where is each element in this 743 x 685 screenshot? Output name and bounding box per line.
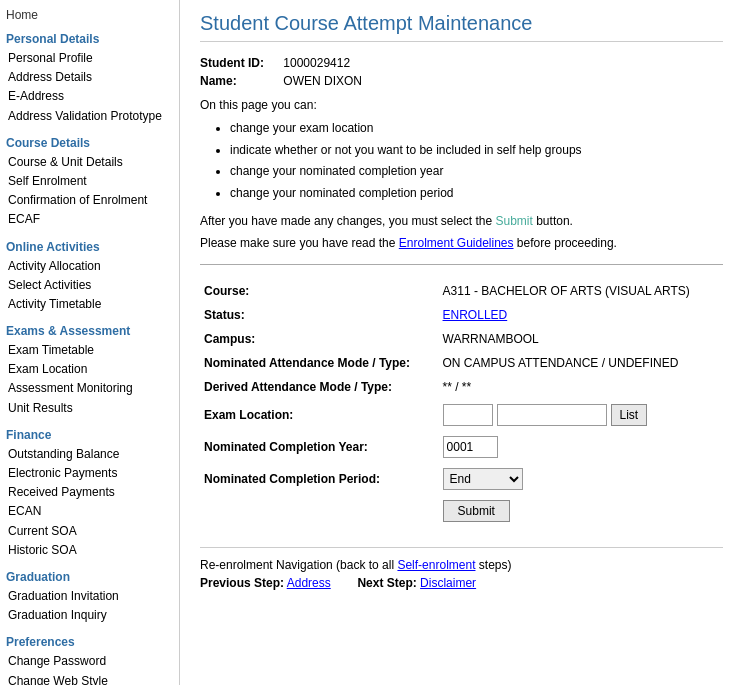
exam-location-input1[interactable] — [443, 404, 493, 426]
sidebar-item-address-validation[interactable]: Address Validation Prototype — [6, 107, 173, 126]
list-item: change your nominated completion period — [230, 183, 723, 205]
course-value: A311 - BACHELOR OF ARTS (VISUAL ARTS) — [439, 279, 723, 303]
name-label: Name: — [200, 74, 280, 88]
student-id-value: 1000029412 — [283, 56, 350, 70]
enrolment-guidelines-link[interactable]: Enrolment Guidelines — [399, 236, 514, 250]
sidebar-item-course-unit-details[interactable]: Course & Unit Details — [6, 153, 173, 172]
re-enrol-section: Re-enrolment Navigation (back to all Sel… — [200, 547, 723, 590]
sidebar-item-exam-location[interactable]: Exam Location — [6, 360, 173, 379]
exam-location-row: Exam Location: List — [200, 399, 723, 431]
sidebar-item-assessment-monitoring[interactable]: Assessment Monitoring — [6, 379, 173, 398]
sidebar-item-ecaf[interactable]: ECAF — [6, 210, 173, 229]
divider — [200, 264, 723, 265]
sidebar-item-personal-profile[interactable]: Personal Profile — [6, 49, 173, 68]
exam-location-input2[interactable] — [497, 404, 607, 426]
status-row: Status: ENROLLED — [200, 303, 723, 327]
section-header-finance: Finance — [6, 428, 173, 442]
section-online-activities: Online Activities Activity Allocation Se… — [6, 240, 173, 315]
section-header-online-activities: Online Activities — [6, 240, 173, 254]
student-id-label: Student ID: — [200, 56, 280, 70]
derived-attendance-label: Derived Attendance Mode / Type: — [200, 375, 439, 399]
nom-completion-period-label: Nominated Completion Period: — [200, 463, 439, 495]
sidebar-item-ecan[interactable]: ECAN — [6, 502, 173, 521]
section-header-exams-assessment: Exams & Assessment — [6, 324, 173, 338]
nom-attendance-label: Nominated Attendance Mode / Type: — [200, 351, 439, 375]
next-step-label: Next Step: — [357, 576, 416, 590]
submit-note: After you have made any changes, you mus… — [200, 214, 723, 228]
sidebar-item-graduation-invitation[interactable]: Graduation Invitation — [6, 587, 173, 606]
sidebar-item-exam-timetable[interactable]: Exam Timetable — [6, 341, 173, 360]
derived-attendance-value: ** / ** — [439, 375, 723, 399]
status-value: ENROLLED — [439, 303, 723, 327]
campus-label: Campus: — [200, 327, 439, 351]
list-item: indicate whether or not you want to be i… — [230, 140, 723, 162]
sidebar-item-change-password[interactable]: Change Password — [6, 652, 173, 671]
section-header-graduation: Graduation — [6, 570, 173, 584]
submit-row: Submit — [200, 495, 723, 527]
nom-attendance-value: ON CAMPUS ATTENDANCE / UNDEFINED — [439, 351, 723, 375]
self-enrolment-link[interactable]: Self-enrolment — [397, 558, 475, 572]
derived-attendance-row: Derived Attendance Mode / Type: ** / ** — [200, 375, 723, 399]
form-table: Course: A311 - BACHELOR OF ARTS (VISUAL … — [200, 279, 723, 527]
name-value: OWEN DIXON — [283, 74, 362, 88]
student-id-row: Student ID: 1000029412 — [200, 56, 723, 70]
previous-step-label: Previous Step: — [200, 576, 284, 590]
section-graduation: Graduation Graduation Invitation Graduat… — [6, 570, 173, 625]
section-header-course-details: Course Details — [6, 136, 173, 150]
course-row: Course: A311 - BACHELOR OF ARTS (VISUAL … — [200, 279, 723, 303]
submit-inline-link[interactable]: Submit — [496, 214, 533, 228]
section-course-details: Course Details Course & Unit Details Sel… — [6, 136, 173, 230]
sidebar-item-change-web-style[interactable]: Change Web Style — [6, 672, 173, 686]
sidebar-item-self-enrolment[interactable]: Self Enrolment — [6, 172, 173, 191]
nom-completion-year-input[interactable] — [443, 436, 498, 458]
home-link[interactable]: Home — [6, 8, 173, 22]
status-label: Status: — [200, 303, 439, 327]
list-item: change your exam location — [230, 118, 723, 140]
enrolled-link[interactable]: ENROLLED — [443, 308, 508, 322]
re-enrol-text: Re-enrolment Navigation (back to all Sel… — [200, 558, 723, 572]
re-enrol-nav: Previous Step: Address Next Step: Discla… — [200, 576, 723, 590]
sidebar-item-outstanding-balance[interactable]: Outstanding Balance — [6, 445, 173, 464]
section-header-personal-details: Personal Details — [6, 32, 173, 46]
next-step-link[interactable]: Disclaimer — [420, 576, 476, 590]
name-row: Name: OWEN DIXON — [200, 74, 723, 88]
sidebar-item-confirmation-enrolment[interactable]: Confirmation of Enrolment — [6, 191, 173, 210]
exam-location-inputs: List — [439, 399, 723, 431]
section-personal-details: Personal Details Personal Profile Addres… — [6, 32, 173, 126]
sidebar-item-activity-timetable[interactable]: Activity Timetable — [6, 295, 173, 314]
exam-location-label: Exam Location: — [200, 399, 439, 431]
previous-step-link[interactable]: Address — [287, 576, 331, 590]
nom-completion-year-row: Nominated Completion Year: — [200, 431, 723, 463]
list-button[interactable]: List — [611, 404, 648, 426]
page-title: Student Course Attempt Maintenance — [200, 12, 723, 42]
nom-completion-period-select-cell: End Beginning Mid — [439, 463, 723, 495]
course-label: Course: — [200, 279, 439, 303]
sidebar-item-select-activities[interactable]: Select Activities — [6, 276, 173, 295]
section-exams-assessment: Exams & Assessment Exam Timetable Exam L… — [6, 324, 173, 418]
can-do-text: On this page you can: — [200, 98, 723, 112]
nom-completion-period-row: Nominated Completion Period: End Beginni… — [200, 463, 723, 495]
sidebar-item-current-soa[interactable]: Current SOA — [6, 522, 173, 541]
nom-attendance-row: Nominated Attendance Mode / Type: ON CAM… — [200, 351, 723, 375]
nom-completion-year-label: Nominated Completion Year: — [200, 431, 439, 463]
sidebar-item-received-payments[interactable]: Received Payments — [6, 483, 173, 502]
section-header-preferences: Preferences — [6, 635, 173, 649]
submit-button[interactable]: Submit — [443, 500, 510, 522]
campus-row: Campus: WARRNAMBOOL — [200, 327, 723, 351]
sidebar-item-unit-results[interactable]: Unit Results — [6, 399, 173, 418]
sidebar-item-historic-soa[interactable]: Historic SOA — [6, 541, 173, 560]
bullet-list: change your exam location indicate wheth… — [230, 118, 723, 204]
sidebar-item-activity-allocation[interactable]: Activity Allocation — [6, 257, 173, 276]
sidebar-item-e-address[interactable]: E-Address — [6, 87, 173, 106]
list-item: change your nominated completion year — [230, 161, 723, 183]
nom-completion-period-select[interactable]: End Beginning Mid — [443, 468, 523, 490]
sidebar-item-graduation-inquiry[interactable]: Graduation Inquiry — [6, 606, 173, 625]
sidebar-item-address-details[interactable]: Address Details — [6, 68, 173, 87]
nom-completion-year-input-cell — [439, 431, 723, 463]
section-preferences: Preferences Change Password Change Web S… — [6, 635, 173, 685]
sidebar-item-electronic-payments[interactable]: Electronic Payments — [6, 464, 173, 483]
campus-value: WARRNAMBOOL — [439, 327, 723, 351]
guidelines-note: Please make sure you have read the Enrol… — [200, 236, 723, 250]
section-finance: Finance Outstanding Balance Electronic P… — [6, 428, 173, 560]
